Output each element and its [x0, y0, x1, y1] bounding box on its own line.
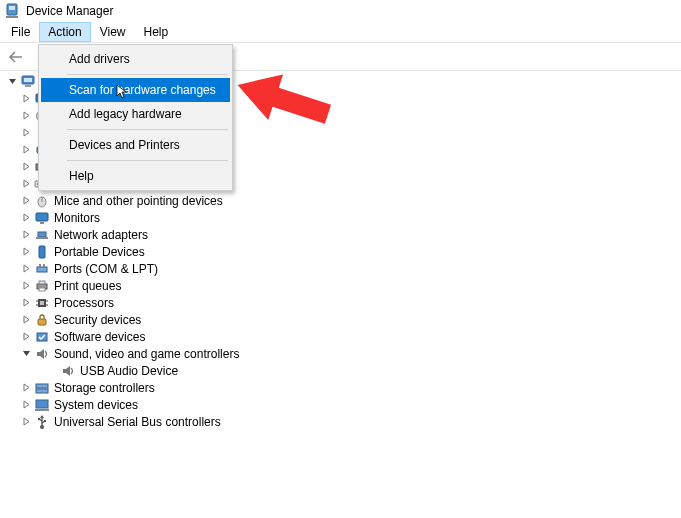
chevron-right-icon[interactable] [20, 314, 32, 326]
toolbar-back-button[interactable] [4, 46, 28, 68]
svg-rect-43 [39, 281, 45, 284]
svg-rect-62 [35, 409, 49, 411]
svg-rect-33 [38, 232, 46, 237]
chevron-right-icon[interactable] [20, 212, 32, 224]
tree-row-label: Ports (COM & LPT) [54, 262, 158, 276]
svg-rect-1 [9, 6, 15, 10]
app-icon [4, 3, 20, 19]
tree-row-universal-serial-bus-controllers[interactable]: Universal Serial Bus controllers [6, 413, 681, 430]
tree-row-mice-and-other-pointing-devices[interactable]: Mice and other pointing devices [6, 192, 681, 209]
chevron-right-icon[interactable] [20, 127, 32, 139]
svg-marker-60 [24, 401, 29, 408]
tree-row-security-devices[interactable]: Security devices [6, 311, 681, 328]
dropdown-separator [67, 160, 228, 161]
chevron-right-icon[interactable] [20, 382, 32, 394]
tree-row-system-devices[interactable]: System devices [6, 396, 681, 413]
display-icon [34, 210, 50, 226]
chevron-right-icon[interactable] [20, 263, 32, 275]
tree-row-network-adapters[interactable]: Network adapters [6, 226, 681, 243]
svg-rect-44 [39, 288, 45, 291]
svg-rect-40 [43, 264, 45, 267]
tree-row-sound-video-and-game-controllers[interactable]: Sound, video and game controllers [6, 345, 681, 362]
dropdown-separator [67, 129, 228, 130]
dropdown-separator [67, 74, 228, 75]
svg-rect-61 [36, 400, 48, 408]
svg-marker-17 [24, 163, 29, 170]
svg-marker-12 [24, 129, 29, 136]
dropdown-item-label: Help [69, 169, 94, 183]
svg-marker-32 [24, 231, 29, 238]
svg-marker-8 [24, 95, 29, 102]
svg-point-66 [38, 417, 40, 419]
chevron-right-icon[interactable] [20, 297, 32, 309]
tree-row-portable-devices[interactable]: Portable Devices [6, 243, 681, 260]
menu-view[interactable]: View [91, 22, 135, 42]
tree-row-label: Monitors [54, 211, 100, 225]
svg-marker-11 [24, 112, 29, 119]
svg-marker-68 [40, 415, 44, 418]
storage-icon [34, 380, 50, 396]
menu-help[interactable]: Help [135, 22, 178, 42]
network-icon [34, 227, 50, 243]
tree-row-storage-controllers[interactable]: Storage controllers [6, 379, 681, 396]
security-icon [34, 312, 50, 328]
portable-icon [34, 244, 50, 260]
svg-rect-31 [40, 222, 44, 224]
chevron-right-icon[interactable] [20, 246, 32, 258]
tree-row-label: Sound, video and game controllers [54, 347, 239, 361]
window-title: Device Manager [26, 4, 113, 18]
svg-rect-53 [38, 319, 46, 325]
port-icon [34, 261, 50, 277]
chevron-right-icon[interactable] [20, 399, 32, 411]
svg-rect-30 [36, 213, 48, 221]
menu-action[interactable]: Action [39, 22, 90, 42]
chevron-right-icon[interactable] [20, 416, 32, 428]
tree-row-ports-com-lpt[interactable]: Ports (COM & LPT) [6, 260, 681, 277]
chevron-right-icon[interactable] [20, 280, 32, 292]
menu-bar: File Action View Help [0, 22, 681, 43]
svg-rect-6 [24, 78, 32, 82]
dropdown-item-label: Add drivers [69, 52, 130, 66]
svg-rect-36 [39, 246, 45, 258]
svg-rect-38 [37, 267, 47, 272]
tree-row-monitors[interactable]: Monitors [6, 209, 681, 226]
dropdown-item-scan-for-hardware-changes[interactable]: Scan for hardware changes [41, 78, 230, 102]
dropdown-item-help[interactable]: Help [41, 164, 230, 188]
dropdown-item-label: Add legacy hardware [69, 107, 182, 121]
dropdown-item-devices-and-printers[interactable]: Devices and Printers [41, 133, 230, 157]
tree-row-usb-audio-device[interactable]: USB Audio Device [6, 362, 681, 379]
title-bar: Device Manager [0, 0, 681, 22]
chevron-right-icon[interactable] [20, 93, 32, 105]
svg-marker-54 [24, 333, 29, 340]
chevron-right-icon[interactable] [20, 229, 32, 241]
tree-row-print-queues[interactable]: Print queues [6, 277, 681, 294]
tree-row-label: Network adapters [54, 228, 148, 242]
chevron-right-icon[interactable] [20, 110, 32, 122]
chevron-right-icon[interactable] [20, 178, 32, 190]
dropdown-item-add-legacy-hardware[interactable]: Add legacy hardware [41, 102, 230, 126]
tree-row-processors[interactable]: Processors [6, 294, 681, 311]
chevron-right-icon[interactable] [20, 161, 32, 173]
dropdown-item-label: Scan for hardware changes [69, 83, 216, 97]
chevron-down-icon[interactable] [6, 76, 18, 88]
dropdown-item-add-drivers[interactable]: Add drivers [41, 47, 230, 71]
tree-row-label: Software devices [54, 330, 145, 344]
svg-marker-41 [24, 282, 29, 289]
system-icon [34, 397, 50, 413]
svg-rect-58 [36, 384, 48, 388]
usb-icon [34, 414, 50, 430]
tree-row-label: Print queues [54, 279, 121, 293]
chevron-right-icon[interactable] [20, 331, 32, 343]
svg-marker-21 [24, 180, 29, 187]
tree-row-software-devices[interactable]: Software devices [6, 328, 681, 345]
svg-marker-63 [24, 418, 29, 425]
chevron-right-icon[interactable] [20, 144, 32, 156]
svg-rect-59 [36, 389, 48, 393]
chevron-down-icon[interactable] [20, 348, 32, 360]
chevron-right-icon[interactable] [20, 195, 32, 207]
svg-marker-26 [24, 197, 29, 204]
svg-marker-37 [24, 265, 29, 272]
tree-row-label: Security devices [54, 313, 141, 327]
menu-file[interactable]: File [2, 22, 39, 42]
svg-marker-35 [24, 248, 29, 255]
